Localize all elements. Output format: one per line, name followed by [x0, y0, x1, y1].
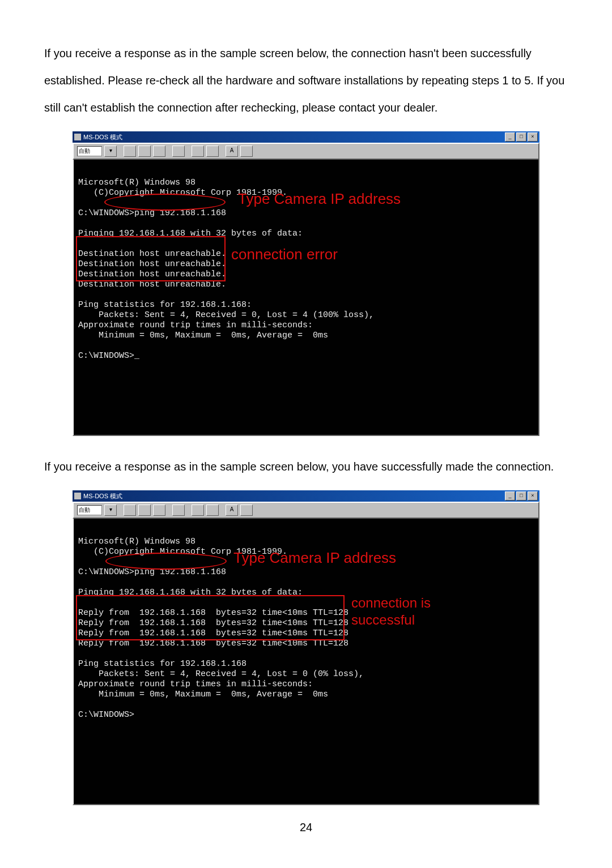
toolbar-btn-8[interactable] [240, 146, 253, 157]
toolbar-field[interactable]: 自動 [77, 146, 102, 156]
toolbar: 自動 ▾ A [73, 143, 539, 160]
toolbar-btn-2[interactable] [138, 146, 151, 157]
toolbar-btn-3[interactable] [153, 504, 165, 516]
toolbar-btn-8[interactable] [240, 504, 253, 516]
toolbar-field[interactable]: 自動 [77, 505, 102, 515]
minimize-button[interactable]: _ [505, 132, 515, 142]
app-icon [74, 493, 81, 499]
console-output-error: Microsoft(R) Windows 98 (C)Copyright Mic… [73, 160, 539, 436]
toolbar-dropdown[interactable]: ▾ [104, 504, 117, 516]
title-text: MS-DOS 模式 [83, 133, 122, 142]
close-button[interactable]: × [528, 491, 538, 501]
annotation-connection-success-1: connection is [351, 598, 431, 608]
toolbar-dropdown[interactable]: ▾ [104, 146, 117, 157]
close-button[interactable]: × [528, 132, 538, 142]
maximize-button[interactable]: □ [516, 132, 526, 142]
toolbar-btn-2[interactable] [138, 504, 151, 516]
dos-window-error: MS-DOS 模式 _ □ × 自動 ▾ A Microsoft(R) Wind [73, 131, 539, 436]
toolbar-btn-7[interactable]: A [226, 146, 238, 157]
dos-window-success: MS-DOS 模式 _ □ × 自動 ▾ A Microsoft(R) Wind [73, 490, 539, 805]
maximize-button[interactable]: □ [516, 491, 526, 501]
minimize-button[interactable]: _ [505, 491, 515, 501]
toolbar-btn-3[interactable] [153, 146, 165, 157]
toolbar-btn-1[interactable] [124, 146, 136, 157]
titlebar: MS-DOS 模式 _ □ × [73, 131, 539, 143]
page-number: 24 [0, 821, 612, 834]
app-icon [74, 134, 81, 140]
toolbar-btn-4[interactable] [172, 504, 185, 516]
title-text: MS-DOS 模式 [83, 492, 122, 501]
toolbar-btn-7[interactable]: A [226, 504, 238, 516]
toolbar-btn-1[interactable] [124, 504, 136, 516]
toolbar: 自動 ▾ A [73, 502, 539, 519]
console-output-success: Microsoft(R) Windows 98 (C)Copyright Mic… [73, 519, 539, 805]
toolbar-btn-6[interactable] [206, 146, 219, 157]
annotation-connection-success-2: successful [351, 615, 415, 625]
paragraph-2: If you receive a response as in the samp… [44, 453, 568, 480]
toolbar-btn-4[interactable] [172, 146, 185, 157]
toolbar-btn-5[interactable] [192, 504, 204, 516]
annotation-connection-error: connection error [231, 249, 338, 259]
toolbar-btn-5[interactable] [192, 146, 204, 157]
titlebar: MS-DOS 模式 _ □ × [73, 490, 539, 502]
toolbar-btn-6[interactable] [206, 504, 219, 516]
paragraph-1: If you receive a response as in the samp… [44, 40, 568, 121]
